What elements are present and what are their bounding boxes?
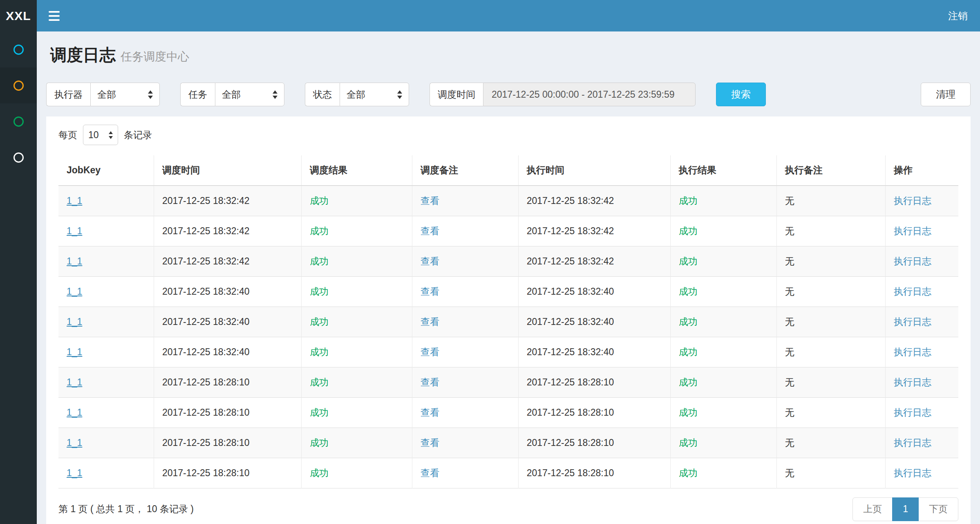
- status-select[interactable]: 全部: [340, 83, 409, 106]
- trigger-msg-link[interactable]: 查看: [421, 407, 439, 418]
- job-key-link[interactable]: 1_1: [67, 347, 82, 357]
- job-key-link-cell: 1_1: [58, 186, 154, 216]
- handle-time-cell: 2017-12-25 18:28:10: [518, 458, 670, 488]
- handle-time-cell: 2017-12-25 18:28:10: [518, 428, 670, 458]
- executor-select[interactable]: 全部: [90, 83, 160, 106]
- trigger-msg-link[interactable]: 查看: [421, 286, 439, 297]
- handle-msg-cell: 无: [776, 216, 885, 246]
- trigger-msg-link-cell: 查看: [412, 337, 518, 367]
- execute-log-link-cell: 执行日志: [886, 458, 958, 488]
- handle-result-cell: 成功: [670, 428, 776, 458]
- page-size-select[interactable]: 10: [83, 125, 118, 145]
- header-handle-msg: 执行备注: [776, 155, 885, 186]
- execute-log-link[interactable]: 执行日志: [894, 256, 931, 266]
- trigger-msg-link[interactable]: 查看: [421, 256, 439, 266]
- logout-link[interactable]: 注销: [936, 0, 980, 31]
- execute-log-link[interactable]: 执行日志: [894, 195, 931, 206]
- execute-log-link[interactable]: 执行日志: [894, 226, 931, 236]
- handle-msg-cell: 无: [776, 397, 885, 428]
- trigger-msg-link-cell: 查看: [412, 186, 518, 216]
- trigger-time-cell: 2017-12-25 18:28:10: [154, 458, 301, 488]
- execute-log-link[interactable]: 执行日志: [894, 468, 931, 478]
- handle-msg-cell: 无: [776, 337, 885, 367]
- sidebar-item-2[interactable]: [0, 67, 37, 103]
- handle-msg-cell: 无: [776, 276, 885, 307]
- trigger-result-cell: 成功: [302, 186, 412, 216]
- execute-log-link[interactable]: 执行日志: [894, 437, 931, 448]
- trigger-msg-link-cell: 查看: [412, 428, 518, 458]
- handle-msg-cell: 无: [776, 307, 885, 337]
- trigger-time-cell: 2017-12-25 18:32:40: [154, 276, 301, 307]
- app-logo: XXL: [0, 0, 37, 31]
- trigger-time-cell: 2017-12-25 18:28:10: [154, 428, 301, 458]
- page-header: 调度日志任务调度中心: [46, 31, 971, 66]
- table-row: 1_12017-12-25 18:28:10成功查看2017-12-25 18:…: [58, 458, 958, 488]
- job-key-link-cell: 1_1: [58, 428, 154, 458]
- job-key-link[interactable]: 1_1: [67, 316, 82, 327]
- trigger-msg-link[interactable]: 查看: [421, 316, 439, 327]
- trigger-msg-link[interactable]: 查看: [421, 226, 439, 236]
- execute-log-link[interactable]: 执行日志: [894, 316, 931, 327]
- handle-time-cell: 2017-12-25 18:32:42: [518, 216, 670, 246]
- sidebar-item-1[interactable]: [0, 31, 37, 67]
- prev-page-button[interactable]: 上页: [852, 497, 893, 521]
- trigger-msg-link-cell: 查看: [412, 458, 518, 488]
- trigger-result-cell: 成功: [302, 397, 412, 428]
- execute-log-link[interactable]: 执行日志: [894, 407, 931, 418]
- execute-log-link[interactable]: 执行日志: [894, 286, 931, 297]
- pagination: 上页 1 下页: [852, 497, 958, 521]
- job-key-link-cell: 1_1: [58, 397, 154, 428]
- header-handle-time: 执行时间: [518, 155, 670, 186]
- current-page-button[interactable]: 1: [892, 497, 919, 521]
- sidebar-item-3[interactable]: [0, 103, 37, 139]
- header-jobkey: JobKey: [58, 155, 154, 186]
- trigger-msg-link[interactable]: 查看: [421, 437, 439, 448]
- trigger-msg-link[interactable]: 查看: [421, 468, 439, 478]
- execute-log-link-cell: 执行日志: [886, 397, 958, 428]
- circle-outline-icon: [13, 81, 24, 91]
- search-button[interactable]: 搜索: [716, 83, 766, 106]
- page-title: 调度日志: [50, 46, 116, 64]
- trigger-msg-link[interactable]: 查看: [421, 347, 439, 357]
- execute-log-link-cell: 执行日志: [886, 337, 958, 367]
- job-key-link[interactable]: 1_1: [67, 195, 82, 206]
- job-key-link[interactable]: 1_1: [67, 468, 82, 478]
- table-row: 1_12017-12-25 18:28:10成功查看2017-12-25 18:…: [58, 428, 958, 458]
- job-key-link[interactable]: 1_1: [67, 407, 82, 418]
- execute-log-link[interactable]: 执行日志: [894, 347, 931, 357]
- execute-log-link-cell: 执行日志: [886, 186, 958, 216]
- trigger-msg-link-cell: 查看: [412, 307, 518, 337]
- table-row: 1_12017-12-25 18:28:10成功查看2017-12-25 18:…: [58, 397, 958, 428]
- job-key-link[interactable]: 1_1: [67, 437, 82, 448]
- page-size-suffix-label: 条记录: [124, 129, 152, 141]
- sidebar-toggle-button[interactable]: [37, 0, 71, 31]
- handle-result-cell: 成功: [670, 307, 776, 337]
- trigger-time-cell: 2017-12-25 18:32:40: [154, 337, 301, 367]
- trigger-msg-link[interactable]: 查看: [421, 195, 439, 206]
- clear-button[interactable]: 清理: [921, 83, 971, 106]
- page-subtitle: 任务调度中心: [121, 50, 189, 63]
- job-key-link[interactable]: 1_1: [67, 226, 82, 236]
- log-table-body: 1_12017-12-25 18:32:42成功查看2017-12-25 18:…: [58, 186, 958, 488]
- sidebar-item-4[interactable]: [0, 139, 37, 175]
- job-key-link[interactable]: 1_1: [67, 286, 82, 297]
- executor-filter-label: 执行器: [46, 83, 90, 106]
- status-filter: 状态 全部: [305, 83, 409, 106]
- table-row: 1_12017-12-25 18:32:40成功查看2017-12-25 18:…: [58, 276, 958, 307]
- execute-log-link-cell: 执行日志: [886, 307, 958, 337]
- table-row: 1_12017-12-25 18:32:42成功查看2017-12-25 18:…: [58, 186, 958, 216]
- job-select[interactable]: 全部: [215, 83, 284, 106]
- job-key-link-cell: 1_1: [58, 276, 154, 307]
- job-key-link[interactable]: 1_1: [67, 377, 82, 387]
- trigger-msg-link[interactable]: 查看: [421, 377, 439, 387]
- next-page-button[interactable]: 下页: [918, 497, 958, 521]
- header-trigger-time: 调度时间: [154, 155, 301, 186]
- job-key-link[interactable]: 1_1: [67, 256, 82, 266]
- trigger-time-cell: 2017-12-25 18:28:10: [154, 397, 301, 428]
- execute-log-link[interactable]: 执行日志: [894, 377, 931, 387]
- handle-time-cell: 2017-12-25 18:32:40: [518, 276, 670, 307]
- trigger-time-range-input[interactable]: [483, 83, 696, 106]
- job-select-value: 全部: [222, 88, 241, 101]
- select-caret-icon: [109, 131, 113, 139]
- execute-log-link-cell: 执行日志: [886, 246, 958, 276]
